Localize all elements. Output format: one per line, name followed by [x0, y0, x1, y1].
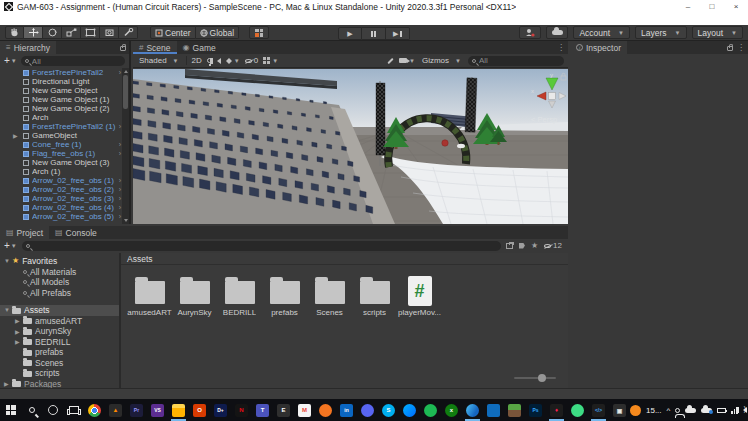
- hierarchy-item[interactable]: ▶ GameObject ›: [0, 131, 122, 140]
- start-button[interactable]: [0, 399, 21, 421]
- pause-button[interactable]: [362, 27, 386, 40]
- hand-tool-button[interactable]: [5, 26, 24, 39]
- hierarchy-item[interactable]: ▶ ForestTreePineTall2 (1) ›: [0, 122, 122, 131]
- hierarchy-item[interactable]: ▶ New Game Object ›: [0, 86, 122, 95]
- hierarchy-item[interactable]: ▶ Arrow_02_free_obs (3) ›: [0, 194, 122, 203]
- grid-snap-button[interactable]: [249, 26, 269, 39]
- project-tree-item[interactable]: All Models: [0, 277, 119, 288]
- package-filter-icon[interactable]: [506, 243, 513, 249]
- tray-expand-icon[interactable]: ^: [667, 406, 671, 415]
- shading-mode-dropdown[interactable]: Shaded▼: [137, 56, 181, 65]
- taskbar-app-visual-studio[interactable]: VS: [147, 399, 168, 421]
- notification-app-icon[interactable]: [630, 405, 641, 416]
- project-tree-item[interactable]: [0, 298, 119, 305]
- task-view-button[interactable]: [63, 399, 84, 421]
- taskbar-app-edge[interactable]: [462, 399, 483, 421]
- hierarchy-item[interactable]: ▶ New Game Object (3) ›: [0, 158, 122, 167]
- project-search[interactable]: [22, 241, 501, 251]
- taskbar-app-xbox[interactable]: x: [441, 399, 462, 421]
- taskbar-app-messenger[interactable]: [399, 399, 420, 421]
- taskbar-app-minecraft[interactable]: [504, 399, 525, 421]
- scroll-up-icon[interactable]: [124, 70, 128, 73]
- project-tree-item[interactable]: All Materials: [0, 267, 119, 278]
- custom-tool-button[interactable]: [119, 26, 138, 39]
- hierarchy-item[interactable]: ▶ Arrow_02_free_obs (2) ›: [0, 185, 122, 194]
- space-toggle-button[interactable]: Global: [196, 26, 240, 39]
- project-tree-item[interactable]: ▼ ★ Favorites: [0, 256, 119, 267]
- taskbar-app-gmail[interactable]: M: [294, 399, 315, 421]
- expander-icon[interactable]: ▶: [15, 317, 20, 324]
- tab-inspector[interactable]: iInspector: [570, 41, 627, 54]
- scale-tool-button[interactable]: [62, 26, 81, 39]
- expander-icon[interactable]: ▶: [4, 380, 9, 387]
- pivot-toggle-button[interactable]: Center: [150, 26, 196, 39]
- play-button[interactable]: ▶: [338, 27, 362, 40]
- tab-game[interactable]: ◉Game: [177, 41, 222, 54]
- close-button[interactable]: ×: [724, 0, 748, 13]
- hidden-objects-button[interactable]: 0: [245, 56, 258, 65]
- taskbar-app-office[interactable]: O: [189, 399, 210, 421]
- tab-console[interactable]: ▤Console: [49, 226, 103, 239]
- hierarchy-search-input[interactable]: [32, 57, 121, 66]
- rect-tool-button[interactable]: [81, 26, 100, 39]
- grid-visibility-dropdown[interactable]: ▼: [263, 57, 278, 64]
- 2d-toggle-button[interactable]: 2D: [192, 56, 202, 65]
- expander-icon[interactable]: ▶: [13, 132, 18, 139]
- hierarchy-search[interactable]: [21, 56, 125, 66]
- project-tree-item[interactable]: ▶ BEDRILL: [0, 337, 119, 348]
- tab-scene[interactable]: #Scene: [133, 41, 177, 54]
- scrollbar-thumb[interactable]: [123, 75, 128, 109]
- account-dropdown[interactable]: Account▼: [573, 26, 630, 39]
- taskbar-app-netflix[interactable]: N: [231, 399, 252, 421]
- taskbar-app-vlc[interactable]: ▲: [105, 399, 126, 421]
- cloud-sync-icon[interactable]: [701, 408, 712, 413]
- transform-tool-button[interactable]: [100, 26, 119, 39]
- thumbnail-zoom-slider[interactable]: [514, 374, 556, 382]
- assets-breadcrumb[interactable]: Assets: [121, 253, 568, 265]
- taskbar-app-ms-store[interactable]: [483, 399, 504, 421]
- project-tree-item[interactable]: scripts: [0, 368, 119, 379]
- taskbar-app-opera-gx[interactable]: ♦: [546, 399, 567, 421]
- taskbar-app-photoshop[interactable]: Ps: [525, 399, 546, 421]
- notification-count[interactable]: 15...: [646, 406, 662, 415]
- hierarchy-item[interactable]: ▶ Arrow_02_free_obs (1) ›: [0, 176, 122, 185]
- hierarchy-item[interactable]: ▶ Flag_free_obs (1) ›: [0, 149, 122, 158]
- tab-hierarchy[interactable]: ≡Hierarchy: [0, 41, 56, 54]
- asset-item[interactable]: BEDRILL: [217, 273, 262, 317]
- hierarchy-item[interactable]: ▶ Arrow_02_free_obs (5) ›: [0, 212, 122, 221]
- scene-search[interactable]: [468, 56, 564, 66]
- taskbar-app-teams[interactable]: T: [252, 399, 273, 421]
- onedrive-icon[interactable]: [685, 408, 696, 413]
- favorites-filter-icon[interactable]: ★: [531, 242, 538, 250]
- hierarchy-item[interactable]: ▶ ForestTreePineTall2 ›: [0, 68, 122, 77]
- perspective-label[interactable]: < Persp: [531, 115, 557, 124]
- taskbar-app-epic-games[interactable]: E: [273, 399, 294, 421]
- gizmos-dropdown[interactable]: Gizmos▼: [420, 56, 463, 65]
- hidden-count-button[interactable]: 12: [544, 241, 562, 250]
- tab-project[interactable]: ▤Project: [0, 226, 49, 239]
- taskbar-app-linkedin[interactable]: in: [336, 399, 357, 421]
- layers-dropdown[interactable]: Layers▼: [635, 26, 686, 39]
- taskbar-app-android-studio[interactable]: [567, 399, 588, 421]
- people-icon[interactable]: [675, 408, 680, 413]
- taskbar-search-button[interactable]: [21, 399, 42, 421]
- hierarchy-scrollbar[interactable]: [122, 68, 129, 224]
- scene-viewport[interactable]: y x < Persp: [133, 69, 568, 224]
- move-tool-button[interactable]: [24, 26, 43, 39]
- project-tree-item[interactable]: All Prefabs: [0, 288, 119, 299]
- collab-debug-button[interactable]: [519, 26, 541, 39]
- asset-item[interactable]: amusedART: [127, 273, 172, 317]
- rotate-tool-button[interactable]: [43, 26, 62, 39]
- audio-toggle-button[interactable]: [217, 58, 221, 64]
- taskbar-app-premiere[interactable]: Pr: [126, 399, 147, 421]
- project-tree-item[interactable]: ▶ AurynSky: [0, 326, 119, 337]
- step-button[interactable]: ▶: [386, 27, 410, 40]
- scene-tools-button[interactable]: [387, 60, 394, 62]
- label-filter-icon[interactable]: [519, 243, 525, 249]
- expander-icon[interactable]: ▼: [4, 307, 9, 313]
- create-asset-button[interactable]: +▼: [4, 241, 17, 251]
- project-search-input[interactable]: [33, 241, 497, 250]
- project-tree-item[interactable]: Scenes: [0, 358, 119, 369]
- asset-item[interactable]: AurynSky: [172, 273, 217, 317]
- taskbar-app-chrome[interactable]: [84, 399, 105, 421]
